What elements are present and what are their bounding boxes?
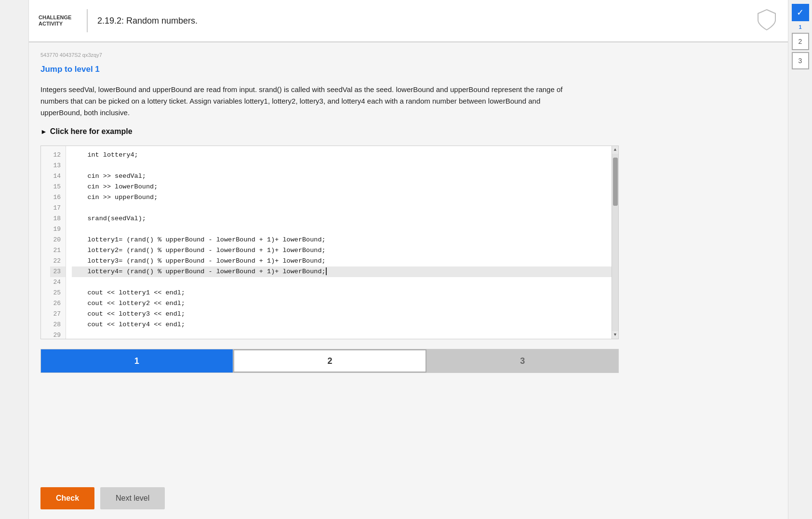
level-segment-1[interactable]: 1: [41, 349, 233, 373]
left-sidebar: [0, 0, 29, 519]
level-segment-3[interactable]: 3: [426, 349, 618, 373]
line-number-24: 24: [50, 277, 66, 288]
code-line-22[interactable]: lottery3= (rand() % upperBound - lowerBo…: [72, 256, 612, 266]
code-line-27[interactable]: cout << lottery3 << endl;: [72, 309, 612, 319]
challenge-line1: CHALLENGE: [39, 14, 77, 21]
challenge-label: CHALLENGE ACTIVITY: [39, 14, 77, 27]
code-line-16[interactable]: cin >> upperBound;: [72, 192, 612, 203]
line-number-21: 21: [50, 245, 66, 256]
session-id: 543770 40437S2 qx3zqy7: [40, 52, 773, 58]
description: Integers seedVal, lowerBound and upperBo…: [40, 84, 571, 119]
level-bar: 123: [40, 349, 619, 373]
level-segment-2[interactable]: 2: [233, 349, 427, 373]
scroll-track: [612, 154, 618, 331]
jump-link[interactable]: Jump to level 1: [40, 65, 773, 74]
code-line-13[interactable]: [72, 160, 612, 171]
line-number-25: 25: [50, 288, 66, 298]
line-number-13: 13: [50, 160, 66, 171]
check-button[interactable]: Check: [40, 487, 94, 509]
code-line-12[interactable]: int lottery4;: [72, 150, 612, 160]
line-number-19: 19: [50, 224, 66, 235]
line-number-15: 15: [50, 182, 66, 192]
code-line-15[interactable]: cin >> lowerBound;: [72, 182, 612, 192]
code-line-25[interactable]: cout << lottery1 << endl;: [72, 288, 612, 298]
scroll-down-icon[interactable]: ▼: [614, 331, 616, 339]
line-number-18: 18: [50, 213, 66, 224]
code-line-17[interactable]: [72, 203, 612, 213]
challenge-line2: ACTIVITY: [39, 21, 77, 27]
line-number-27: 27: [50, 309, 66, 319]
line-number-12: 12: [50, 150, 66, 160]
line-number-17: 17: [50, 203, 66, 213]
code-line-14[interactable]: cin >> seedVal;: [72, 171, 612, 182]
header-divider: [87, 9, 88, 32]
line-number-28: 28: [50, 319, 66, 330]
right-panel: ✓ 1 2 3: [788, 0, 812, 519]
code-line-29[interactable]: [72, 330, 612, 339]
cursor-beam: [326, 267, 327, 275]
header: CHALLENGE ACTIVITY 2.19.2: Random number…: [29, 0, 788, 42]
code-editor[interactable]: 121314151617181920212223242526272829 int…: [40, 146, 619, 339]
line-number-23: 23: [50, 266, 66, 277]
header-title: 2.19.2: Random numbers.: [97, 16, 198, 26]
line-number-22: 22: [50, 256, 66, 266]
level-number-3: 3: [792, 52, 809, 69]
line-number-26: 26: [50, 298, 66, 309]
code-content[interactable]: int lottery4; cin >> seedVal; cin >> low…: [66, 146, 618, 339]
scroll-thumb[interactable]: [613, 158, 618, 206]
line-number-20: 20: [50, 235, 66, 245]
line-number-29: 29: [50, 330, 66, 339]
level-check-badge: ✓: [792, 4, 809, 21]
example-toggle-label: Click here for example: [50, 127, 133, 136]
next-level-button[interactable]: Next level: [100, 487, 165, 509]
code-line-18[interactable]: srand(seedVal);: [72, 213, 612, 224]
code-line-20[interactable]: lottery1= (rand() % upperBound - lowerBo…: [72, 235, 612, 245]
level-number-2: 2: [792, 33, 809, 50]
example-arrow-icon: ►: [40, 128, 47, 135]
scrollbar[interactable]: ▲ ▼: [612, 146, 618, 339]
line-number-16: 16: [50, 192, 66, 203]
page-body: 543770 40437S2 qx3zqy7 Jump to level 1 I…: [29, 42, 788, 478]
scroll-up-icon[interactable]: ▲: [614, 146, 616, 154]
line-numbers: 121314151617181920212223242526272829: [41, 146, 66, 339]
code-line-24[interactable]: [72, 277, 612, 288]
example-toggle[interactable]: ► Click here for example: [40, 127, 773, 136]
code-line-21[interactable]: lottery2= (rand() % upperBound - lowerBo…: [72, 245, 612, 256]
bottom-buttons: Check Next level: [29, 478, 788, 519]
code-line-19[interactable]: [72, 224, 612, 235]
line-number-14: 14: [50, 171, 66, 182]
code-line-23[interactable]: lottery4= (rand() % upperBound - lowerBo…: [72, 266, 612, 277]
level-number-1: 1: [799, 23, 801, 31]
code-line-28[interactable]: cout << lottery4 << endl;: [72, 319, 612, 330]
shield-icon: [757, 9, 776, 33]
main-container: CHALLENGE ACTIVITY 2.19.2: Random number…: [0, 0, 812, 519]
code-line-26[interactable]: cout << lottery2 << endl;: [72, 298, 612, 309]
content-area: CHALLENGE ACTIVITY 2.19.2: Random number…: [29, 0, 788, 519]
